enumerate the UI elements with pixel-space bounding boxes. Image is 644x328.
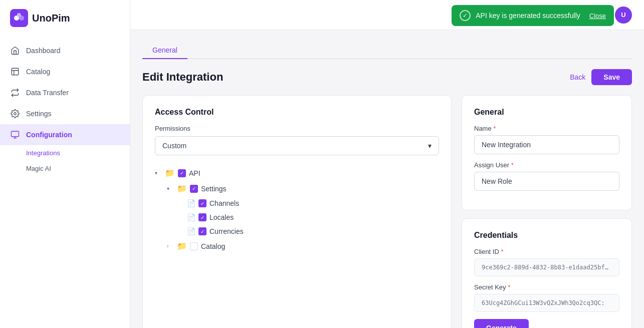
- generate-button[interactable]: Generate: [474, 319, 529, 328]
- tree-label-settings: Settings: [201, 185, 227, 193]
- permissions-label: Permissions: [155, 125, 439, 132]
- save-button[interactable]: Save: [591, 69, 632, 85]
- tabs: General: [142, 42, 632, 59]
- sidebar-item-settings[interactable]: Settings: [0, 103, 130, 124]
- sidebar-sub-nav: Integrations Magic AI: [0, 145, 130, 176]
- back-button[interactable]: Back: [570, 73, 585, 81]
- success-toast: ✓ API key is generated successfully Clos…: [452, 5, 614, 26]
- assign-user-input[interactable]: [474, 172, 619, 191]
- tree-item-catalog: › 📁 Catalog: [155, 238, 439, 254]
- content-layout: Access Control Permissions Custom ▾ ▾ 📁 …: [142, 95, 632, 328]
- tree-label-currencies: Currencies: [209, 227, 244, 235]
- sidebar-label-dashboard: Dashboard: [26, 47, 61, 55]
- name-input[interactable]: [474, 135, 619, 154]
- tree-item-currencies: 📄 ✓ Currencies: [155, 224, 439, 238]
- tree-label-channels: Channels: [209, 199, 239, 207]
- sidebar-item-configuration[interactable]: Configuration: [0, 124, 130, 145]
- sidebar-label-settings: Settings: [26, 110, 52, 118]
- access-control-title: Access Control: [155, 108, 439, 117]
- transfer-icon: [10, 88, 20, 98]
- svg-point-3: [17, 13, 21, 17]
- folder-icon-api: 📁: [165, 168, 175, 178]
- toast-check-icon: ✓: [460, 10, 471, 21]
- home-icon: [10, 46, 20, 56]
- permissions-value: Custom: [162, 142, 186, 150]
- tree-item-api: ▾ 📁 ✓ API: [155, 165, 439, 181]
- sidebar-item-magic-ai[interactable]: Magic AI: [26, 161, 130, 176]
- tab-general[interactable]: General: [142, 42, 187, 59]
- tree-label-catalog: Catalog: [201, 242, 225, 250]
- toast-close-button[interactable]: Close: [589, 12, 606, 20]
- secret-key-label: Secret Key *: [474, 283, 619, 291]
- checkbox-api[interactable]: ✓: [178, 169, 186, 177]
- tree-item-settings: ▾ 📁 ✓ Settings: [155, 181, 439, 196]
- avatar: U: [615, 7, 632, 24]
- checkbox-channels[interactable]: ✓: [198, 199, 206, 207]
- logo-text: UnoPim: [32, 13, 70, 24]
- name-label: Name *: [474, 125, 619, 132]
- file-icon-channels: 📄: [187, 199, 195, 207]
- svg-rect-4: [12, 68, 19, 75]
- credentials-card: Credentials Client ID * 9ce369c2-889d-48…: [462, 218, 632, 328]
- general-title: General: [474, 108, 619, 117]
- tree-label-locales: Locales: [209, 213, 234, 221]
- assign-user-label: Assign User *: [474, 161, 619, 169]
- permission-tree: ▾ 📁 ✓ API ▾ 📁 ✓ Settings 📄: [155, 165, 439, 254]
- page-header: Edit Integration Back Save: [142, 69, 632, 85]
- sidebar-label-data-transfer: Data Transfer: [26, 89, 69, 97]
- sidebar: UnoPim Dashboard Catalog Data Transfer S…: [0, 0, 130, 328]
- catalog-icon: [10, 67, 20, 77]
- file-icon-currencies: 📄: [187, 227, 195, 235]
- secret-key-value: 63Ucg4ZGhGCui13W3vQZxJWh3Qo2cq3QC:: [474, 294, 619, 312]
- tree-toggle-api[interactable]: ▾: [155, 170, 162, 176]
- logo: UnoPim: [0, 0, 130, 36]
- credentials-title: Credentials: [474, 231, 619, 240]
- dropdown-chevron-icon: ▾: [428, 142, 432, 150]
- tree-item-locales: 📄 ✓ Locales: [155, 210, 439, 224]
- sidebar-label-configuration: Configuration: [26, 131, 72, 139]
- sidebar-nav: Dashboard Catalog Data Transfer Settings…: [0, 36, 130, 328]
- header: ✓ API key is generated successfully Clos…: [130, 0, 644, 30]
- client-id-value: 9ce369c2-889d-4832-8b83-e1daad25bfad: [474, 258, 619, 276]
- general-card: General Name * Assign User *: [462, 95, 632, 210]
- page-content: General Edit Integration Back Save Acces…: [130, 30, 644, 328]
- config-icon: [10, 130, 20, 140]
- logo-icon: [10, 9, 28, 27]
- sidebar-item-catalog[interactable]: Catalog: [0, 61, 130, 82]
- tree-toggle-settings[interactable]: ▾: [167, 186, 174, 191]
- tree-item-channels: 📄 ✓ Channels: [155, 196, 439, 210]
- main-content: ✓ API key is generated successfully Clos…: [130, 0, 644, 328]
- sidebar-item-dashboard[interactable]: Dashboard: [0, 40, 130, 61]
- access-control-panel: Access Control Permissions Custom ▾ ▾ 📁 …: [142, 95, 452, 328]
- sidebar-item-integrations[interactable]: Integrations: [26, 145, 130, 161]
- right-panel: General Name * Assign User * Credentials…: [462, 95, 632, 328]
- toast-message: API key is generated successfully: [476, 12, 580, 20]
- permissions-dropdown[interactable]: Custom ▾: [155, 136, 439, 155]
- page-actions: Back Save: [570, 69, 632, 85]
- sidebar-label-catalog: Catalog: [26, 68, 50, 76]
- tree-label-api: API: [189, 169, 200, 177]
- file-icon-locales: 📄: [187, 213, 195, 221]
- svg-rect-6: [12, 131, 19, 137]
- checkbox-currencies[interactable]: ✓: [198, 227, 206, 235]
- tree-toggle-catalog[interactable]: ›: [167, 243, 174, 249]
- sidebar-item-data-transfer[interactable]: Data Transfer: [0, 82, 130, 103]
- folder-icon-catalog: 📁: [177, 241, 187, 251]
- checkbox-settings[interactable]: ✓: [190, 185, 198, 193]
- checkbox-catalog[interactable]: [190, 242, 198, 250]
- svg-point-5: [14, 113, 17, 115]
- page-title: Edit Integration: [142, 71, 223, 84]
- folder-icon-settings: 📁: [177, 184, 187, 193]
- checkbox-locales[interactable]: ✓: [198, 213, 206, 221]
- settings-icon: [10, 109, 20, 119]
- client-id-label: Client ID *: [474, 248, 619, 255]
